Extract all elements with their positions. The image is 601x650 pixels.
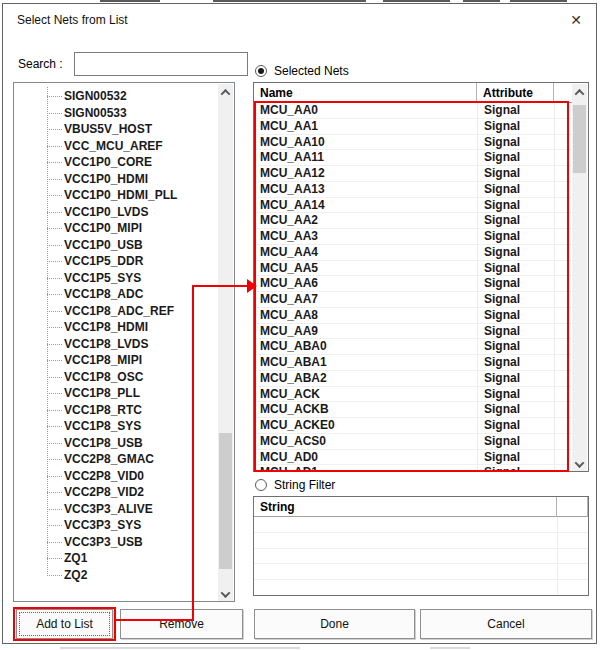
table-row[interactable]: MCU_AA7Signal	[254, 292, 572, 308]
table-row[interactable]: MCU_AA6Signal	[254, 276, 572, 292]
string-filter-radio[interactable]: String Filter	[255, 478, 335, 492]
cell-attribute: Signal	[484, 135, 520, 151]
scroll-down-icon[interactable]	[218, 586, 233, 602]
table-row[interactable]: MCU_AA11Signal	[254, 150, 572, 166]
net-tree-item[interactable]: VCC2P8_VID0	[14, 468, 214, 485]
net-tree-item[interactable]: VCC1P0_MIPI	[14, 220, 214, 237]
cell-net-name: MCU_AA8	[260, 308, 318, 324]
scroll-up-icon[interactable]	[572, 84, 587, 100]
radio-unselected-icon[interactable]	[255, 479, 267, 491]
table-row[interactable]: MCU_AA14Signal	[254, 198, 572, 214]
net-name-label: VCC1P0_LVDS	[64, 204, 148, 221]
net-tree-item[interactable]: ZQ1	[14, 550, 214, 567]
table-row[interactable]: MCU_AD1Signal	[254, 465, 572, 471]
tree-branch-icon	[47, 261, 62, 262]
table-row[interactable]: MCU_ACS0Signal	[254, 434, 572, 450]
table-row[interactable]: MCU_ABA1Signal	[254, 355, 572, 371]
table-row[interactable]: MCU_AA5Signal	[254, 261, 572, 277]
net-tree-item[interactable]: VCC3P3_SYS	[14, 517, 214, 534]
remove-button[interactable]: Remove	[120, 609, 243, 639]
net-name-label: VCC1P8_ADC_REF	[64, 303, 174, 320]
table-row[interactable]: MCU_ACKE0Signal	[254, 418, 572, 434]
add-to-list-button[interactable]: Add to List	[16, 609, 113, 639]
net-tree-item[interactable]: VBUS5V_HOST	[14, 121, 214, 138]
cell-net-name: MCU_AA12	[260, 166, 325, 182]
net-name-label: VCC1P8_ADC	[64, 286, 143, 303]
column-header-name[interactable]: Name	[254, 83, 477, 103]
net-tree-item[interactable]: VCC3P3_USB	[14, 534, 214, 551]
table-row[interactable]: MCU_ACKSignal	[254, 387, 572, 403]
tree-scrollbar[interactable]	[218, 84, 233, 602]
table-row[interactable]: MCU_ABA2Signal	[254, 371, 572, 387]
table-row[interactable]: MCU_AA13Signal	[254, 182, 572, 198]
net-tree-item[interactable]: VCC1P5_DDR	[14, 253, 214, 270]
cell-net-name: MCU_AD0	[260, 450, 318, 466]
cell-attribute: Signal	[484, 245, 520, 261]
net-name-label: SIGN00532	[64, 88, 127, 105]
cell-attribute: Signal	[484, 324, 520, 340]
table-row[interactable]: MCU_AA0Signal	[254, 103, 572, 119]
table-scrollbar[interactable]	[572, 84, 587, 472]
net-tree-item[interactable]: VCC1P8_SYS	[14, 418, 214, 435]
net-tree-item[interactable]: VCC1P8_LVDS	[14, 336, 214, 353]
net-tree-item[interactable]: VCC1P8_ADC_REF	[14, 303, 214, 320]
table-row[interactable]: MCU_AA4Signal	[254, 245, 572, 261]
column-header-string[interactable]: String	[254, 497, 557, 517]
table-row[interactable]: MCU_AA9Signal	[254, 324, 572, 340]
tree-branch-icon	[47, 228, 62, 229]
cancel-button[interactable]: Cancel	[420, 609, 592, 639]
table-row[interactable]: MCU_AA10Signal	[254, 135, 572, 151]
net-name-label: VCC3P3_SYS	[64, 517, 141, 534]
tree-scrollbar-thumb[interactable]	[219, 433, 232, 569]
net-name-label: VCC1P8_USB	[64, 435, 143, 452]
cell-attribute: Signal	[484, 166, 520, 182]
table-row[interactable]: MCU_AA8Signal	[254, 308, 572, 324]
net-tree-item[interactable]: VCC3P3_ALIVE	[14, 501, 214, 518]
scroll-down-icon[interactable]	[572, 456, 587, 472]
table-row[interactable]: MCU_AD0Signal	[254, 450, 572, 466]
net-tree-item[interactable]: VCC1P0_LVDS	[14, 204, 214, 221]
close-icon[interactable]: ✕	[564, 9, 588, 31]
cell-attribute: Signal	[484, 465, 520, 471]
column-header-attribute[interactable]: Attribute	[477, 83, 554, 103]
table-row[interactable]: MCU_ACKBSignal	[254, 402, 572, 418]
cell-attribute: Signal	[484, 339, 520, 355]
net-tree-item[interactable]: ZQ2	[14, 567, 214, 584]
net-tree-item[interactable]: VCC2P8_VID2	[14, 484, 214, 501]
table-row[interactable]: MCU_AA1Signal	[254, 119, 572, 135]
net-tree-item[interactable]: SIGN00533	[14, 105, 214, 122]
table-row[interactable]: MCU_AA12Signal	[254, 166, 572, 182]
net-tree-item[interactable]: VCC1P8_RTC	[14, 402, 214, 419]
table-row[interactable]: MCU_ABA0Signal	[254, 339, 572, 355]
table-row[interactable]: MCU_AA3Signal	[254, 229, 572, 245]
net-name-label: VCC3P3_USB	[64, 534, 143, 551]
table-row[interactable]: MCU_AA2Signal	[254, 213, 572, 229]
radio-selected-icon[interactable]	[255, 65, 267, 77]
net-tree-item[interactable]: VCC1P8_USB	[14, 435, 214, 452]
net-tree-item[interactable]: VCC1P0_HDMI	[14, 171, 214, 188]
tree-branch-icon	[47, 426, 62, 427]
net-tree-item[interactable]: VCC1P8_HDMI	[14, 319, 214, 336]
net-tree-item[interactable]: VCC1P8_MIPI	[14, 352, 214, 369]
select-nets-dialog: Select Nets from List ✕ Search : SIGN005…	[2, 3, 597, 644]
net-tree-item[interactable]: VCC1P0_USB	[14, 237, 214, 254]
net-tree-item[interactable]: VCC1P0_CORE	[14, 154, 214, 171]
net-tree-item[interactable]: VCC1P8_ADC	[14, 286, 214, 303]
cell-net-name: MCU_ABA1	[260, 355, 327, 371]
tree-branch-icon	[47, 377, 62, 378]
search-input[interactable]	[74, 52, 248, 76]
done-button[interactable]: Done	[254, 609, 415, 639]
net-tree-item[interactable]: VCC1P8_OSC	[14, 369, 214, 386]
net-tree-item[interactable]: VCC_MCU_AREF	[14, 138, 214, 155]
background-artifact	[463, 0, 500, 2]
table-scrollbar-thumb[interactable]	[573, 105, 586, 173]
net-tree-item[interactable]: VCC1P5_SYS	[14, 270, 214, 287]
net-tree-item[interactable]: SIGN00532	[14, 88, 214, 105]
scroll-up-icon[interactable]	[218, 84, 233, 100]
cell-attribute: Signal	[484, 261, 520, 277]
net-tree-item[interactable]: VCC1P8_PLL	[14, 385, 214, 402]
net-tree-item[interactable]: VCC2P8_GMAC	[14, 451, 214, 468]
net-tree-item[interactable]: VCC1P0_HDMI_PLL	[14, 187, 214, 204]
string-table-body	[254, 517, 588, 596]
selected-nets-radio[interactable]: Selected Nets	[255, 64, 349, 78]
